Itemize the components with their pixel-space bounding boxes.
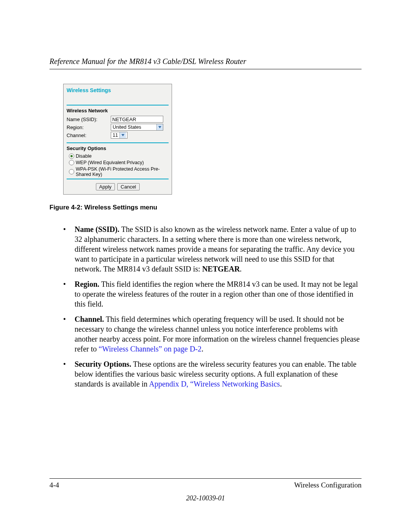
ssid-label: Name (SSID): [67,117,111,122]
region-label: Region: [67,125,111,130]
footer: 4-4 Wireless Configuration [49,481,362,489]
divider [67,179,169,179]
channel-select[interactable]: 11 [111,132,127,139]
radio-icon [69,153,74,159]
region-value: United States [111,124,156,130]
figure-image: Wireless Settings Wireless Network Name … [63,84,362,195]
security-disable-option[interactable]: Disable [69,153,169,159]
document-number: 202-10039-01 [0,494,411,502]
radio-label: WPA-PSK (Wi-Fi Protected Access Pre-Shar… [76,166,169,177]
item-text: This field identifies the region where t… [75,280,358,308]
radio-icon [69,169,74,174]
divider [67,142,169,143]
list-item: Channel. This field determines which ope… [63,314,362,354]
item-tail: . [202,345,204,353]
page-number: 4-4 [49,481,59,489]
section-heading-network: Wireless Network [67,108,169,113]
item-lead: Security Options. [75,360,131,368]
region-select[interactable]: United States [111,124,163,131]
description-list: Name (SSID). The SSID is also known as t… [63,224,362,389]
item-tail: . [240,265,242,273]
appendix-d-link[interactable]: Appendix D, “Wireless Networking Basics [149,380,280,388]
region-row: Region: United States [67,124,169,131]
security-wep-option[interactable]: WEP (Wired Equivalent Privacy) [69,160,169,165]
section-name: Wireless Configuration [294,481,362,489]
wireless-settings-panel: Wireless Settings Wireless Network Name … [63,84,172,195]
default-ssid-value: NETGEAR [202,265,240,273]
item-lead: Channel. [75,315,104,323]
item-lead: Name (SSID). [75,225,119,233]
channel-value: 11 [111,132,119,138]
channel-row: Channel: 11 [67,132,169,139]
list-item: Security Options. These options are the … [63,359,362,389]
channel-label: Channel: [67,133,111,138]
button-row: Apply Cancel [67,183,169,190]
divider [67,105,169,105]
chevron-down-icon [156,124,163,130]
footer-rule [49,478,362,479]
list-item: Region. This field identifies the region… [63,279,362,309]
radio-label: Disable [76,153,92,159]
section-heading-security: Security Options [67,145,169,151]
item-lead: Region. [75,280,99,288]
ssid-input[interactable] [111,116,163,123]
radio-icon [69,160,74,165]
wireless-channels-link[interactable]: “Wireless Channels” on page D-2 [99,345,201,353]
radio-label: WEP (Wired Equivalent Privacy) [76,160,144,165]
manual-page: Reference Manual for the MR814 v3 Cable/… [0,0,411,532]
security-wpa-option[interactable]: WPA-PSK (Wi-Fi Protected Access Pre-Shar… [69,166,169,177]
apply-button[interactable]: Apply [96,183,115,190]
item-tail: . [280,380,282,388]
cancel-button[interactable]: Cancel [117,183,139,190]
figure-caption: Figure 4-2: Wireless Settings menu [49,204,362,211]
chevron-down-icon [119,132,126,138]
running-head: Reference Manual for the MR814 v3 Cable/… [49,57,362,69]
panel-title: Wireless Settings [67,86,169,95]
ssid-row: Name (SSID): [67,116,169,123]
list-item: Name (SSID). The SSID is also known as t… [63,224,362,274]
